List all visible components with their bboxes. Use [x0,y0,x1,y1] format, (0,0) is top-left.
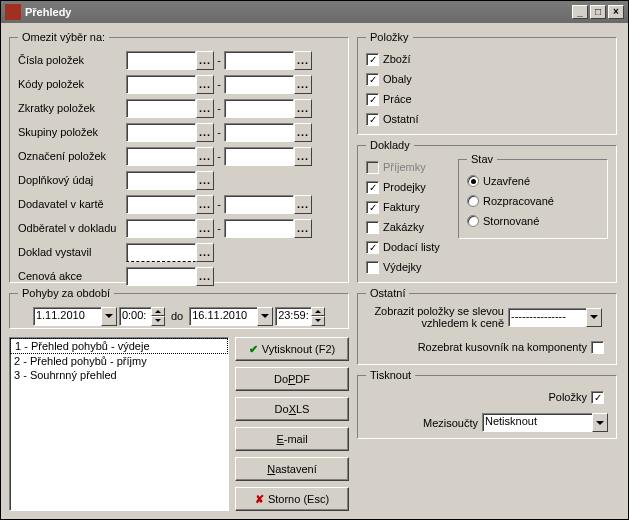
chk-kusovnik[interactable] [591,337,608,357]
date-to-value[interactable]: 16.11.2010 [189,307,257,326]
date-from[interactable]: 1.11.2010 [33,307,117,326]
odberatel-to[interactable] [224,219,294,238]
zkratky-to[interactable] [224,99,294,118]
check-icon: ✔ [249,343,258,356]
limit-label-odberatel: Odběratel v dokladu [18,222,126,234]
date-from-dropdown[interactable] [101,307,117,326]
tisknout-group: Tisknout Položky ✓ Mezisoučty Netisknout [357,369,617,439]
xls-button[interactable]: Do XLS [235,397,349,421]
chk-prodejky[interactable]: ✓Prodejky [366,177,458,197]
cisla-to-picker[interactable]: ... [294,51,312,70]
dash-sep: - [214,222,224,234]
cisla-to[interactable] [224,51,294,70]
doklady-group: Doklady Příjemky ✓Prodejky ✓Faktury Zaká… [357,139,617,283]
time-from-spin[interactable] [151,307,165,326]
time-to[interactable]: 23:59: [275,307,325,326]
minimize-button[interactable]: _ [572,5,588,19]
skupiny-from-picker[interactable]: ... [196,123,214,142]
oznaceni-from-picker[interactable]: ... [196,147,214,166]
chk-zbozi[interactable]: ✓Zboží [366,49,608,69]
dash-sep: - [214,198,224,210]
kody-to[interactable] [224,75,294,94]
odberatel-to-picker[interactable]: ... [294,219,312,238]
limit-label-doklad_vystavil: Doklad vystavil [18,246,126,258]
chk-prace[interactable]: ✓Práce [366,89,608,109]
cisla-from[interactable] [126,51,196,70]
time-to-value[interactable]: 23:59: [275,307,311,326]
sleva-label: Zobrazit položky se slevou vzhledem k ce… [366,305,508,329]
skupiny-to[interactable] [224,123,294,142]
limit-group: Omezit výběr na: Čísla položek...-...Kód… [9,31,349,283]
sleva-value[interactable]: --------------- [508,308,586,327]
chk-tisk-polozky[interactable]: ✓ [591,387,608,407]
doklad_vystavil-from[interactable] [126,243,196,262]
time-to-spin[interactable] [311,307,325,326]
cancel-button[interactable]: ✘ Storno (Esc) [235,487,349,511]
sleva-dropdown[interactable] [586,308,602,327]
app-icon [5,4,21,20]
kody-from[interactable] [126,75,196,94]
chk-ostatni[interactable]: ✓Ostatní [366,109,608,129]
skupiny-from[interactable] [126,123,196,142]
mezisoucty-combo[interactable]: Netisknout [482,413,608,432]
time-from-value[interactable]: 0:00: [119,307,151,326]
close-button[interactable]: × [608,5,624,19]
skupiny-to-picker[interactable]: ... [294,123,312,142]
period-legend: Pohyby za období [18,287,114,299]
odberatel-from-picker[interactable]: ... [196,219,214,238]
limit-label-zkratky: Zkratky položek [18,102,126,114]
rad-rozpracovane[interactable]: Rozpracované [467,191,599,211]
zkratky-from[interactable] [126,99,196,118]
limit-label-dodavatel: Dodavatel v kartě [18,198,126,210]
kody-to-picker[interactable]: ... [294,75,312,94]
pdf-button[interactable]: Do PDF [235,367,349,391]
rad-stornovane[interactable]: Stornované [467,211,599,231]
tisk-polozky-label: Položky [548,391,591,403]
zkratky-to-picker[interactable]: ... [294,99,312,118]
dodavatel-from-picker[interactable]: ... [196,195,214,214]
date-to[interactable]: 16.11.2010 [189,307,273,326]
cenova_akce-from[interactable] [126,267,196,286]
dodavatel-to[interactable] [224,195,294,214]
zkratky-from-picker[interactable]: ... [196,99,214,118]
limit-label-cisla: Čísla položek [18,54,126,66]
dash-sep: - [214,126,224,138]
limit-label-cenova_akce: Cenová akce [18,270,126,282]
rad-uzavrene[interactable]: Uzavřené [467,171,599,191]
maximize-button[interactable]: □ [590,5,606,19]
date-to-dropdown[interactable] [257,307,273,326]
tisknout-legend: Tisknout [366,369,415,381]
list-item[interactable]: 1 - Přehled pohybů - výdeje [10,338,228,354]
chk-dodaci[interactable]: ✓Dodací listy [366,237,458,257]
dodavatel-from[interactable] [126,195,196,214]
sleva-combo[interactable]: --------------- [508,308,602,327]
settings-button[interactable]: Nastavení [235,457,349,481]
print-button[interactable]: ✔ Vytisknout (F2) [235,337,349,361]
chk-faktury[interactable]: ✓Faktury [366,197,458,217]
chk-vydejky[interactable]: Výdejky [366,257,458,277]
window-title: Přehledy [25,6,71,18]
cisla-from-picker[interactable]: ... [196,51,214,70]
list-item[interactable]: 2 - Přehled pohybů - příjmy [10,354,228,368]
doklad_vystavil-from-picker[interactable]: ... [196,243,214,262]
mezisoucty-value[interactable]: Netisknout [482,413,592,432]
list-item[interactable]: 3 - Souhrnný přehled [10,368,228,382]
odberatel-from[interactable] [126,219,196,238]
cenova_akce-from-picker[interactable]: ... [196,267,214,286]
doplnkovy-from[interactable] [126,171,196,190]
mezisoucty-dropdown[interactable] [592,413,608,432]
email-button[interactable]: E-mail [235,427,349,451]
doplnkovy-from-picker[interactable]: ... [196,171,214,190]
oznaceni-to-picker[interactable]: ... [294,147,312,166]
oznaceni-from[interactable] [126,147,196,166]
limit-label-skupiny: Skupiny položek [18,126,126,138]
time-from[interactable]: 0:00: [119,307,165,326]
oznaceni-to[interactable] [224,147,294,166]
kody-from-picker[interactable]: ... [196,75,214,94]
chk-zakazky[interactable]: Zakázky [366,217,458,237]
period-to-label: do [167,310,187,322]
chk-obaly[interactable]: ✓Obaly [366,69,608,89]
date-from-value[interactable]: 1.11.2010 [33,307,101,326]
reports-list[interactable]: 1 - Přehled pohybů - výdeje 2 - Přehled … [9,337,229,511]
dodavatel-to-picker[interactable]: ... [294,195,312,214]
